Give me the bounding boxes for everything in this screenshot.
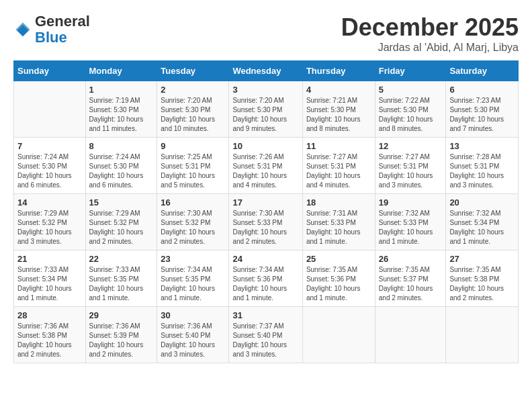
calendar-cell: 4Sunrise: 7:21 AM Sunset: 5:30 PM Daylig… [302, 81, 375, 138]
day-info: Sunrise: 7:26 AM Sunset: 5:31 PM Dayligh… [232, 152, 298, 190]
calendar-week-row: 21Sunrise: 7:33 AM Sunset: 5:34 PM Dayli… [14, 250, 519, 307]
calendar-cell: 26Sunrise: 7:35 AM Sunset: 5:37 PM Dayli… [375, 250, 446, 307]
day-info: Sunrise: 7:36 AM Sunset: 5:39 PM Dayligh… [89, 322, 154, 359]
calendar-cell: 19Sunrise: 7:32 AM Sunset: 5:33 PM Dayli… [375, 194, 446, 250]
calendar-cell: 30Sunrise: 7:36 AM Sunset: 5:40 PM Dayli… [157, 307, 229, 363]
day-number: 16 [161, 197, 225, 208]
calendar-cell: 7Sunrise: 7:24 AM Sunset: 5:30 PM Daylig… [14, 138, 86, 194]
day-number: 20 [449, 197, 515, 208]
day-info: Sunrise: 7:31 AM Sunset: 5:33 PM Dayligh… [306, 209, 371, 246]
calendar-cell: 11Sunrise: 7:27 AM Sunset: 5:31 PM Dayli… [302, 138, 375, 194]
day-info: Sunrise: 7:37 AM Sunset: 5:40 PM Dayligh… [232, 322, 298, 359]
day-info: Sunrise: 7:35 AM Sunset: 5:36 PM Dayligh… [306, 265, 371, 303]
page-header: General Blue December 2025 Jardas al 'Ab… [13, 13, 519, 54]
month-title: December 2025 [341, 13, 519, 42]
day-number: 22 [89, 254, 154, 264]
day-number: 8 [89, 141, 154, 151]
day-info: Sunrise: 7:19 AM Sunset: 5:30 PM Dayligh… [89, 96, 154, 134]
calendar-week-row: 1Sunrise: 7:19 AM Sunset: 5:30 PM Daylig… [14, 81, 519, 138]
calendar-cell: 2Sunrise: 7:20 AM Sunset: 5:30 PM Daylig… [157, 81, 229, 138]
calendar-cell: 17Sunrise: 7:30 AM Sunset: 5:33 PM Dayli… [229, 194, 302, 250]
calendar-cell: 24Sunrise: 7:34 AM Sunset: 5:36 PM Dayli… [229, 250, 302, 307]
calendar-cell: 28Sunrise: 7:36 AM Sunset: 5:38 PM Dayli… [14, 307, 86, 363]
day-info: Sunrise: 7:35 AM Sunset: 5:37 PM Dayligh… [379, 265, 443, 303]
day-info: Sunrise: 7:30 AM Sunset: 5:33 PM Dayligh… [232, 209, 298, 246]
day-info: Sunrise: 7:33 AM Sunset: 5:35 PM Dayligh… [89, 265, 154, 303]
title-block: December 2025 Jardas al 'Abid, Al Marj, … [341, 13, 519, 54]
calendar-week-row: 7Sunrise: 7:24 AM Sunset: 5:30 PM Daylig… [14, 138, 519, 194]
calendar-cell: 13Sunrise: 7:28 AM Sunset: 5:31 PM Dayli… [446, 138, 519, 194]
day-info: Sunrise: 7:34 AM Sunset: 5:36 PM Dayligh… [232, 265, 298, 303]
logo-blue-text: Blue [35, 29, 67, 46]
calendar-cell: 31Sunrise: 7:37 AM Sunset: 5:40 PM Dayli… [229, 307, 302, 363]
logo: General Blue [13, 13, 90, 46]
day-info: Sunrise: 7:23 AM Sunset: 5:30 PM Dayligh… [449, 96, 515, 134]
day-number: 7 [17, 141, 82, 151]
calendar-cell: 10Sunrise: 7:26 AM Sunset: 5:31 PM Dayli… [229, 138, 302, 194]
day-info: Sunrise: 7:32 AM Sunset: 5:33 PM Dayligh… [379, 209, 443, 246]
calendar-cell: 9Sunrise: 7:25 AM Sunset: 5:31 PM Daylig… [157, 138, 229, 194]
calendar-cell: 23Sunrise: 7:34 AM Sunset: 5:35 PM Dayli… [157, 250, 229, 307]
calendar-cell: 25Sunrise: 7:35 AM Sunset: 5:36 PM Dayli… [302, 250, 375, 307]
day-info: Sunrise: 7:33 AM Sunset: 5:34 PM Dayligh… [17, 265, 82, 303]
day-number: 12 [379, 141, 443, 151]
calendar-cell: 21Sunrise: 7:33 AM Sunset: 5:34 PM Dayli… [14, 250, 86, 307]
day-number: 11 [306, 141, 371, 151]
calendar-cell: 29Sunrise: 7:36 AM Sunset: 5:39 PM Dayli… [85, 307, 157, 363]
calendar-cell: 1Sunrise: 7:19 AM Sunset: 5:30 PM Daylig… [85, 81, 157, 138]
day-number: 23 [161, 254, 225, 264]
day-number: 19 [379, 197, 443, 208]
calendar-cell: 3Sunrise: 7:20 AM Sunset: 5:30 PM Daylig… [229, 81, 302, 138]
day-info: Sunrise: 7:27 AM Sunset: 5:31 PM Dayligh… [379, 152, 443, 190]
header-day-wednesday: Wednesday [229, 61, 302, 81]
day-info: Sunrise: 7:28 AM Sunset: 5:31 PM Dayligh… [449, 152, 515, 190]
calendar-cell: 6Sunrise: 7:23 AM Sunset: 5:30 PM Daylig… [446, 81, 519, 138]
calendar-cell: 18Sunrise: 7:31 AM Sunset: 5:33 PM Dayli… [302, 194, 375, 250]
header-day-tuesday: Tuesday [157, 61, 229, 81]
day-info: Sunrise: 7:24 AM Sunset: 5:30 PM Dayligh… [89, 152, 154, 190]
day-number: 5 [379, 85, 443, 95]
day-number: 3 [232, 85, 298, 95]
day-number: 31 [232, 310, 298, 320]
day-info: Sunrise: 7:36 AM Sunset: 5:40 PM Dayligh… [161, 322, 225, 359]
day-number: 6 [449, 85, 515, 95]
day-number: 14 [17, 197, 82, 208]
header-day-sunday: Sunday [14, 61, 86, 81]
day-number: 24 [232, 254, 298, 264]
day-number: 27 [449, 254, 515, 264]
day-info: Sunrise: 7:29 AM Sunset: 5:32 PM Dayligh… [89, 209, 154, 246]
day-info: Sunrise: 7:22 AM Sunset: 5:30 PM Dayligh… [379, 96, 443, 134]
day-info: Sunrise: 7:30 AM Sunset: 5:32 PM Dayligh… [161, 209, 225, 246]
header-day-friday: Friday [375, 61, 446, 81]
day-number: 9 [161, 141, 225, 151]
calendar-cell: 5Sunrise: 7:22 AM Sunset: 5:30 PM Daylig… [375, 81, 446, 138]
day-number: 30 [161, 310, 225, 320]
day-info: Sunrise: 7:29 AM Sunset: 5:32 PM Dayligh… [17, 209, 82, 246]
day-info: Sunrise: 7:27 AM Sunset: 5:31 PM Dayligh… [306, 152, 371, 190]
day-number: 2 [161, 85, 225, 95]
day-number: 25 [306, 254, 371, 264]
logo-general-text: General [35, 13, 90, 30]
calendar-cell: 14Sunrise: 7:29 AM Sunset: 5:32 PM Dayli… [14, 194, 86, 250]
day-number: 21 [17, 254, 82, 264]
day-number: 18 [306, 197, 371, 208]
day-info: Sunrise: 7:35 AM Sunset: 5:38 PM Dayligh… [449, 265, 515, 303]
calendar-cell [446, 307, 519, 363]
header-day-monday: Monday [85, 61, 157, 81]
calendar-cell: 22Sunrise: 7:33 AM Sunset: 5:35 PM Dayli… [85, 250, 157, 307]
calendar-week-row: 14Sunrise: 7:29 AM Sunset: 5:32 PM Dayli… [14, 194, 519, 250]
calendar-cell [375, 307, 446, 363]
location-title: Jardas al 'Abid, Al Marj, Libya [341, 42, 519, 54]
calendar-cell [14, 81, 86, 138]
day-number: 28 [17, 310, 82, 320]
calendar-table: SundayMondayTuesdayWednesdayThursdayFrid… [13, 60, 519, 363]
day-info: Sunrise: 7:32 AM Sunset: 5:34 PM Dayligh… [449, 209, 515, 246]
day-number: 17 [232, 197, 298, 208]
day-number: 29 [89, 310, 154, 320]
day-info: Sunrise: 7:36 AM Sunset: 5:38 PM Dayligh… [17, 322, 82, 359]
header-day-thursday: Thursday [302, 61, 375, 81]
day-info: Sunrise: 7:25 AM Sunset: 5:31 PM Dayligh… [161, 152, 225, 190]
day-info: Sunrise: 7:20 AM Sunset: 5:30 PM Dayligh… [161, 96, 225, 134]
day-number: 26 [379, 254, 443, 264]
calendar-cell: 27Sunrise: 7:35 AM Sunset: 5:38 PM Dayli… [446, 250, 519, 307]
